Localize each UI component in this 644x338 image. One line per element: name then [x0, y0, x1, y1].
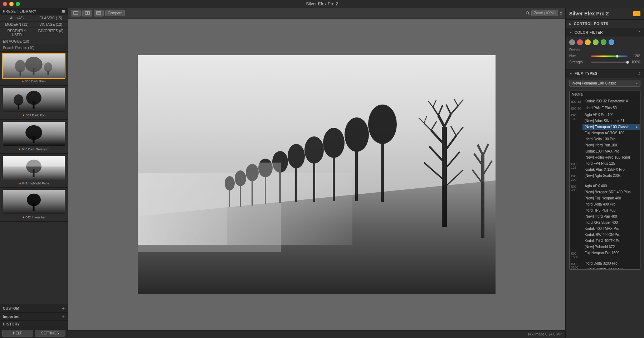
view-split-v-button[interactable] — [82, 10, 92, 16]
preset-library-icon[interactable]: ⊞ — [62, 9, 65, 13]
film-item-agfa-apx100[interactable]: Agfa APX Pro 100 — [582, 112, 640, 118]
film-item-agfa-apx400[interactable]: Agfa APX 400 — [582, 183, 640, 189]
strength-track[interactable] — [591, 62, 628, 63]
strength-value: 100% — [630, 60, 640, 64]
compare-button[interactable]: Compare — [105, 10, 125, 16]
film-group-iso200: ISO 200 [New] Agfa Scala 200x — [570, 173, 640, 183]
color-filter-header[interactable]: ▼ COLOR FILTER ↺ — [566, 28, 644, 37]
zoom-value[interactable]: Zoom (100%) — [531, 10, 558, 16]
film-item-ilford-hp5[interactable]: Ilford HP5 Plus 400 — [582, 207, 640, 213]
film-item-fuji-acros[interactable]: Fuji Neopan ACROS 100 — [582, 130, 640, 136]
svg-point-52 — [368, 105, 397, 144]
view-single-icon — [73, 11, 78, 15]
film-item-neutral[interactable]: Neutral — [570, 91, 640, 98]
view-split-h-button[interactable] — [94, 10, 104, 16]
preset-library-header: PRESET LIBRARY ⊞ — [0, 8, 68, 15]
svg-rect-26 — [97, 11, 101, 13]
film-item-adox-silvermax[interactable]: [New] Adox Silvermax 21 — [582, 118, 640, 124]
film-item-fuji-neopan400[interactable]: [New] Fuji Neopan 400 — [582, 195, 640, 201]
svg-rect-83 — [138, 191, 227, 245]
preset-thumb-040 — [3, 122, 65, 146]
imported-add-button[interactable]: + — [62, 314, 65, 319]
preset-item-041[interactable]: ★041 Highlight Fade — [0, 154, 68, 188]
svg-point-11 — [14, 94, 23, 105]
color-yellow[interactable] — [585, 39, 591, 45]
film-item-kodak-plusx[interactable]: Kodak Plus-X 125PX Pro — [582, 166, 640, 173]
film-item-polaroid672[interactable]: [New] Polaroid 672 — [582, 244, 640, 250]
film-item-kodak-bw400[interactable]: Kodak BW 400CN Pro — [582, 232, 640, 238]
help-button[interactable]: HELP — [2, 330, 33, 337]
category-recently-used[interactable]: RECENTLY USED — [0, 28, 34, 38]
color-red[interactable] — [577, 39, 583, 45]
film-item-ilford-delta100[interactable]: Ilford Delta 100 Pro — [582, 136, 640, 142]
film-item-ilford-fp4[interactable]: Ilford FP4 Plus 125 — [582, 160, 640, 166]
category-en-vogue[interactable]: EN VOGUE (10) — [0, 38, 68, 44]
film-list-container[interactable]: Neutral ISO 32 Kodak ISO 32 Panatomic X … — [569, 91, 640, 270]
film-item-fuji-pro1600[interactable]: Fuji Neopan Pro 1600 — [582, 250, 640, 256]
control-points-header[interactable]: ▶ Control Points — [566, 20, 644, 28]
film-item-bergger400[interactable]: [New] Bergger BRF 400 Plus — [582, 189, 640, 195]
category-classic[interactable]: CLASSIC (15) — [34, 15, 68, 21]
film-dropdown[interactable]: [New] Fomapan 100 Classic — [569, 80, 640, 87]
film-item-ilford50[interactable]: Ilford PAN F Plus 50 — [582, 105, 640, 111]
image-canvas[interactable] — [68, 19, 565, 330]
hue-thumb[interactable] — [616, 55, 619, 58]
color-filter-reset[interactable]: ↺ — [638, 30, 640, 34]
film-item-ilford-delta400[interactable]: Ilford Delta 400 Pro — [582, 201, 640, 207]
film-item-ilford-delta3200[interactable]: Ilford Delta 3200 Pro — [582, 260, 640, 266]
film-item-ilford-xp2[interactable]: Ilford XP2 Super 400 — [582, 219, 640, 226]
film-item-kodak400tmax[interactable]: Kodak 400 TMAX Pro — [582, 226, 640, 232]
film-item-kodak-p3200[interactable]: Kodak P3200 TMAX Pro — [582, 266, 640, 270]
left-bottom: CUSTOM + Imported + HISTORY — [0, 304, 68, 328]
custom-section-header[interactable]: CUSTOM + — [0, 304, 68, 313]
preset-item-042[interactable]: ★042 Intensifier — [0, 188, 68, 222]
film-iso-label-125: ISO 125 — [570, 160, 582, 171]
imported-section-header[interactable]: Imported + — [0, 313, 68, 321]
film-group-iso125: ISO 125 Ilford FP4 Plus 125 Kodak Plus-X… — [570, 160, 640, 173]
close-button[interactable] — [3, 2, 7, 6]
right-header-title: Silver Efex Pro 2 — [569, 11, 609, 16]
film-item-rollei-retro100[interactable]: [New] Rollei Retro 100 Tonal — [582, 154, 640, 160]
preset-thumb-042 — [3, 190, 65, 214]
category-favorites[interactable]: FAVORITES (0) — [34, 28, 68, 38]
view-single-button[interactable] — [71, 10, 81, 16]
color-green2[interactable] — [601, 39, 606, 45]
film-item-ilford-pan100[interactable]: [New] Ilford Pan 100 — [582, 142, 640, 148]
film-types-triangle: ▼ — [569, 72, 572, 76]
preset-item-038[interactable]: ★038 Dark Glow — [0, 52, 68, 86]
film-item-kodak100tmax[interactable]: Kodak 100 TMAX Pro — [582, 148, 640, 154]
preset-thumb-041 — [3, 156, 65, 180]
preset-item-039[interactable]: ★039 Dark Pop — [0, 86, 68, 120]
color-neutral[interactable] — [569, 39, 575, 45]
film-selected-label: [New] Fomapan 100 Classic — [572, 81, 616, 85]
film-items-iso3200: Ilford Delta 3200 Pro Kodak P3200 TMAX P… — [582, 260, 640, 270]
strength-thumb[interactable] — [626, 61, 629, 64]
svg-point-50 — [345, 117, 369, 152]
color-green1[interactable] — [593, 39, 599, 45]
film-item-kodak32[interactable]: Kodak ISO 32 Panatomic X — [582, 98, 640, 104]
history-section-header[interactable]: HISTORY — [0, 321, 68, 328]
film-item-fomapan100[interactable]: [New] Fomapan 100 Classic — [582, 124, 640, 130]
film-types-header[interactable]: ▼ FILM TYPES ↺ — [566, 69, 644, 78]
settings-button[interactable]: SETTINGS — [35, 330, 66, 337]
category-vintage[interactable]: VINTAGE (12) — [34, 21, 68, 28]
film-item-kodak-trix[interactable]: Kodak Tri-X 400TX Pro — [582, 238, 640, 244]
svg-rect-49 — [355, 148, 358, 201]
svg-rect-15 — [33, 136, 35, 143]
hue-track[interactable] — [591, 55, 628, 57]
film-types-reset[interactable]: ↺ — [638, 72, 640, 76]
hue-slider-row: Hue 120° — [569, 54, 640, 58]
preset-thumbnails[interactable]: ★038 Dark Glow — [0, 52, 68, 304]
svg-rect-18 — [33, 169, 35, 177]
maximize-button[interactable] — [16, 2, 20, 6]
preset-item-040[interactable]: ★040 Dark Selenium — [0, 120, 68, 154]
svg-rect-19 — [3, 156, 65, 166]
minimize-button[interactable] — [9, 2, 14, 6]
custom-add-button[interactable]: + — [62, 306, 65, 311]
film-item-agfa-scala200[interactable]: [New] Agfa Scala 200x — [582, 173, 640, 179]
category-modern[interactable]: MODERN (11) — [0, 21, 34, 28]
film-item-ilford-pan400[interactable]: [New] Ilford Pan 400 — [582, 213, 640, 219]
star-icon-042: ★ — [22, 216, 25, 219]
color-blue[interactable] — [609, 39, 614, 45]
category-all[interactable]: ALL (48) — [0, 15, 34, 21]
